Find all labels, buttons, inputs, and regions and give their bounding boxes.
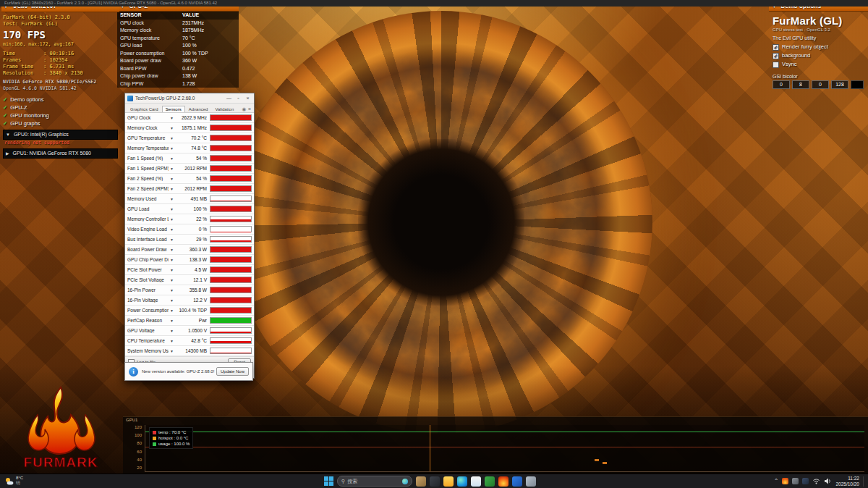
volume-icon[interactable] [824,477,832,485]
wifi-icon[interactable] [812,477,820,485]
tab-validation[interactable]: Validation [211,106,237,112]
gpu0-selector[interactable]: ▼ GPU0: Intel(R) Graphics [3,130,118,140]
taskbar-icon-blue-app[interactable] [512,476,522,487]
option-checkbox-row[interactable]: Vsync [773,60,864,69]
taskbar-icon-task-view[interactable] [430,476,440,487]
search-box[interactable]: ⚲ 搜索 [337,476,412,487]
tray-app-icon-1[interactable] [792,478,799,484]
sensor-dropdown-icon[interactable]: ▼ [169,308,175,313]
sensor-dropdown-icon[interactable]: ▼ [169,156,175,161]
tab-sensors[interactable]: Sensors [162,106,185,112]
gsi-value-field[interactable]: 0 [812,80,829,89]
gpu-name-line: NVIDIA GeForce RTX 5080/PCIe/SSE2 [3,79,118,85]
window-titlebar: FurMark (GL) 3840x2160 - FurMark 2.3.0 -… [0,0,868,7]
sensor-list: GPU Clock ▼ 2622.9 MHz Memory Clock ▼ 18… [125,113,254,356]
sensor-dropdown-icon[interactable]: ▼ [169,217,175,222]
show-desktop-button[interactable] [863,476,866,487]
taskbar-icon-gray-app[interactable] [526,476,536,487]
tray-furmark-icon[interactable] [782,478,788,484]
sensor-graph-fill [210,267,251,272]
maximize-button[interactable]: ▫ [234,93,243,103]
sensor-value: 29 % [175,237,210,242]
time-marker [430,425,430,471]
tray-expand-icon[interactable]: ⌃ [774,475,779,487]
checkbox[interactable] [773,62,779,68]
sensor-name: PCIe Slot Voltage [127,277,169,282]
sensor-dropdown-icon[interactable]: ▼ [169,146,175,151]
menu-icon[interactable]: ≡ [248,106,251,112]
gsi-value-field[interactable]: 8 [792,80,809,89]
graph-y-axis: 12010080604020 [127,425,142,470]
sensor-dropdown-icon[interactable]: ▼ [169,187,175,191]
sensor-graph [210,246,252,253]
checkbox[interactable]: ✓ [773,44,779,51]
sensor-dropdown-icon[interactable]: ▼ [169,288,175,293]
sensor-dropdown-icon[interactable]: ▼ [169,268,175,272]
sensor-dropdown-icon[interactable]: ▼ [169,177,175,181]
update-now-button[interactable]: Update Now [216,367,249,376]
sensor-dropdown-icon[interactable]: ▼ [169,298,175,303]
tab-advanced[interactable]: Advanced [185,106,212,112]
sensor-value: 1875.1 MHz [175,125,210,130]
close-window-button[interactable]: × [243,93,252,103]
sensor-graph-fill [210,298,251,303]
taskbar-icon-notepad[interactable] [471,476,481,487]
sensor-graph [210,185,252,192]
sensor-graph [210,135,252,141]
sensor-dropdown-icon[interactable]: ▼ [169,339,175,343]
sensor-dropdown-icon[interactable]: ▼ [169,278,175,282]
check-icon: ✓ [3,96,7,103]
sensor-dropdown-icon[interactable]: ▼ [169,349,175,353]
search-text: 搜索 [347,478,357,485]
sensor-row: GPU Temperature ▼ 70.2 °C [125,133,254,143]
toggle-row[interactable]: ✓GPU monitoring [3,112,118,119]
sensor-dropdown-icon[interactable]: ▼ [169,319,175,323]
sensor-graph-fill [210,135,251,140]
option-checkbox-row[interactable]: ✓ background [773,51,864,60]
gsi-value-field[interactable]: 0 [773,80,790,89]
gpu1-selector[interactable]: ▶ GPU1: NVIDIA GeForce RTX 5080 [3,148,118,159]
sensor-dropdown-icon[interactable]: ▼ [169,237,175,242]
option-checkbox-row[interactable]: ✓ Render furry object [773,43,864,51]
taskbar-icon-gpuz-app[interactable] [416,476,426,487]
toggle-row[interactable]: ✓GPU graphs [3,119,118,127]
start-button[interactable] [324,476,333,486]
update-text: New version available: GPU-Z 2.68.0! [142,369,216,374]
sensor-dropdown-icon[interactable]: ▼ [169,126,175,130]
sensor-dropdown-icon[interactable]: ▼ [169,329,175,333]
tray-clock[interactable]: 11:22 2025/10/20 [835,476,859,487]
sensor-dropdown-icon[interactable]: ▼ [169,248,175,252]
toggle-row[interactable]: ✓GPU-Z [3,104,118,112]
checkbox[interactable]: ✓ [773,53,779,59]
screenshot-icon[interactable]: ◉ [242,106,247,112]
stat-row: Frames: 102354 [3,57,118,64]
widgets-weather-button[interactable]: 8°C 晴 [4,476,23,486]
graph-legend: temp : 70.0 °C hotspot : 0.0 °C usage : … [149,427,193,449]
minimize-button[interactable]: — [224,93,234,103]
taskbar-icon-file-explorer[interactable] [443,476,454,487]
toggle-row[interactable]: ✓Demo options [3,96,118,104]
tray-app-icon-2[interactable] [802,478,809,484]
taskbar-icon-furmark[interactable] [498,476,509,487]
sensor-name: 16-Pin Power [127,287,169,293]
tab-graphics-card[interactable]: Graphics Card [127,106,162,112]
sensor-dropdown-icon[interactable]: ▼ [169,116,175,120]
sensor-value: 42.8 °C [175,338,210,343]
sensor-value: 138.3 W [175,257,210,262]
taskbar-icon-green-app[interactable] [485,476,495,487]
gpuz-titlebar[interactable]: TechPowerUp GPU-Z 2.68.0 — ▫ × [125,93,254,104]
taskbar-icon-edge-browser[interactable] [457,476,467,487]
gsi-value-field[interactable]: 128 [831,80,848,89]
sensor-dropdown-icon[interactable]: ▼ [169,227,175,232]
sensor-graph-fill [210,247,251,252]
sensor-dropdown-icon[interactable]: ▼ [169,136,175,140]
sensor-name: System Memory Used [127,348,169,353]
sensor-dropdown-icon[interactable]: ▼ [169,167,175,171]
sensor-row: GPU Clock ▼ 2622.9 MHz [125,113,254,123]
sensor-dropdown-icon[interactable]: ▼ [169,197,175,201]
gpuz-window: TechPowerUp GPU-Z 2.68.0 — ▫ × Graphics … [124,93,255,379]
gsi-color-swatch[interactable] [851,80,864,89]
sensor-graph [210,307,252,314]
sensor-dropdown-icon[interactable]: ▼ [169,207,175,211]
sensor-dropdown-icon[interactable]: ▼ [169,258,175,262]
